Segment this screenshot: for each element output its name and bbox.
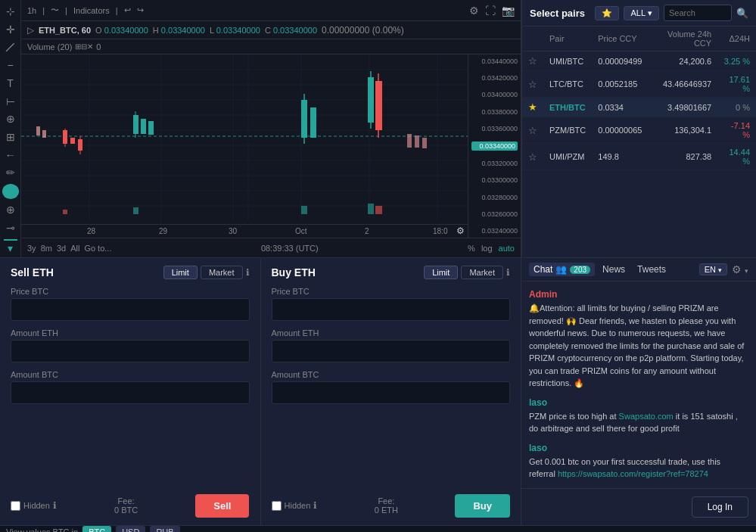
tweets-tab-label: Tweets xyxy=(637,264,666,275)
pair-cell: LTC/BTC xyxy=(543,71,592,98)
swapsato-link-1[interactable]: Swapsato.com xyxy=(619,412,674,421)
ohlc-h: H 0.03340000 xyxy=(153,26,205,35)
cursor-tool[interactable]: ⊹ xyxy=(3,5,18,18)
horizontal-tool[interactable]: − xyxy=(3,58,18,72)
sell-hidden-info[interactable]: ℹ xyxy=(53,500,57,511)
buy-hidden-checkbox[interactable] xyxy=(272,501,282,511)
tf-3y[interactable]: 3y xyxy=(27,244,36,253)
tf-all[interactable]: All xyxy=(70,244,79,253)
price-label-9: 0.03240000 xyxy=(471,227,518,235)
volume-value: 0 xyxy=(96,42,101,51)
chevron-down-icon: ▾ xyxy=(648,8,652,18)
chart-timestamp: 08:39:33 (UTC) xyxy=(261,244,319,253)
sell-info-icon[interactable]: ℹ xyxy=(246,267,250,278)
buy-market-btn[interactable]: Market xyxy=(461,266,503,279)
currency-usd-btn[interactable]: USD xyxy=(116,526,145,533)
auto-opt[interactable]: auto xyxy=(499,244,515,253)
currency-rub-btn[interactable]: RUB xyxy=(150,526,179,533)
volume-icons[interactable]: ⊞⊟✕ xyxy=(75,42,93,51)
table-row[interactable]: ☆ PZM/BTC 0.00000065 136,304.1 -7.14 % xyxy=(522,117,756,144)
log-opt[interactable]: log xyxy=(481,244,493,253)
price-label-5: 0.03320000 xyxy=(471,160,518,167)
undo-btn[interactable]: ↩ xyxy=(124,5,131,15)
bookmark-tool[interactable]: ⊸ xyxy=(3,221,18,235)
star-icon[interactable]: ☆ xyxy=(528,151,537,163)
buy-button[interactable]: Buy xyxy=(455,494,510,518)
buy-amount-btc-input[interactable] xyxy=(272,381,511,404)
buy-hidden-info[interactable]: ℹ xyxy=(313,500,317,511)
cloud-tool[interactable]: ☁ xyxy=(2,184,19,198)
star-icon[interactable]: ☆ xyxy=(528,79,537,90)
price-cell: 0.00009499 xyxy=(592,51,648,71)
tf-3d[interactable]: 3d xyxy=(57,244,66,253)
sell-market-btn[interactable]: Market xyxy=(201,266,243,279)
tab-tweets[interactable]: Tweets xyxy=(633,263,670,276)
line-tool[interactable]: | xyxy=(0,37,20,58)
crosshair-tool[interactable]: ✛ xyxy=(3,23,18,36)
pair-name[interactable]: ETH_BTC, 60 xyxy=(39,26,91,35)
toolbar-sep-3: | xyxy=(116,6,118,15)
pair-cell: UMI/PZM xyxy=(543,144,592,170)
sell-hidden-checkbox[interactable] xyxy=(11,501,20,511)
percent-opt[interactable]: % xyxy=(468,244,475,253)
table-row[interactable]: ☆ LTC/BTC 0.0052185 43.46646937 17.61 % xyxy=(522,71,756,98)
measure-tool[interactable]: ⊢ xyxy=(3,95,18,108)
text-tool[interactable]: T xyxy=(3,76,18,90)
buy-info-icon[interactable]: ℹ xyxy=(506,267,510,278)
svg-rect-17 xyxy=(63,130,67,144)
pairs-star-filter[interactable]: ⭐ xyxy=(595,6,619,20)
sell-amount-btc-input[interactable] xyxy=(11,381,250,404)
chat-settings-btn[interactable]: ⚙ ▾ xyxy=(732,263,748,275)
msg-text-admin: 🔔Attention: all limits for buying / sell… xyxy=(529,302,748,390)
magnify-tool[interactable]: ⊕ xyxy=(3,204,18,217)
pair-cell: ETH/BTC xyxy=(543,98,592,117)
tf-goto[interactable]: Go to... xyxy=(84,244,111,253)
svg-rect-42 xyxy=(407,134,412,148)
chat-count-badge: 203 xyxy=(570,266,590,274)
msg-text-laso-1: PZM price is too high at Swapsato.com it… xyxy=(529,410,748,435)
redo-btn[interactable]: ↪ xyxy=(137,5,144,15)
buy-price-input[interactable] xyxy=(272,298,511,321)
sell-limit-btn[interactable]: Limit xyxy=(163,266,198,279)
buy-limit-btn[interactable]: Limit xyxy=(424,266,458,279)
back-tool[interactable]: ← xyxy=(3,148,18,162)
zoom-tool[interactable]: ⊕ xyxy=(3,112,18,126)
active-indicator[interactable]: ▾ xyxy=(4,239,17,254)
screenshot-btn[interactable]: 📷 xyxy=(502,5,515,17)
people-icon: 👥 xyxy=(555,264,567,275)
star-icon[interactable]: ☆ xyxy=(528,55,537,67)
pencil-tool[interactable]: ✏ xyxy=(3,166,18,180)
footer-bar: View values BTC in BTC USD RUB xyxy=(0,525,756,533)
table-row[interactable]: ☆ UMI/PZM 149.8 827.38 14.44 % xyxy=(522,144,756,170)
fullscreen-btn[interactable]: ⛶ xyxy=(485,5,496,17)
grid-tool[interactable]: ⊞ xyxy=(3,130,18,144)
lang-btn[interactable]: EN ▾ xyxy=(699,263,727,275)
currency-btc-btn[interactable]: BTC xyxy=(82,526,111,533)
sell-amount-eth-input[interactable] xyxy=(11,340,250,362)
star-icon[interactable]: ★ xyxy=(528,101,537,113)
tab-news[interactable]: News xyxy=(598,263,630,276)
buy-amount-eth-input[interactable] xyxy=(272,340,511,362)
col-pair: Pair xyxy=(543,26,592,51)
star-icon[interactable]: ☆ xyxy=(528,125,537,136)
chat-message-laso-1: laso PZM price is too high at Swapsato.c… xyxy=(529,397,748,435)
sell-button[interactable]: Sell xyxy=(195,494,249,518)
settings-icon-bottom[interactable]: ⚙ xyxy=(456,226,465,236)
sell-price-input[interactable] xyxy=(11,298,250,321)
sell-panel: Sell ETH Limit Market ℹ Price BTC Amount… xyxy=(0,257,261,525)
interval-1h[interactable]: 1h xyxy=(27,6,36,15)
tab-chat[interactable]: Chat 👥 203 xyxy=(529,263,595,276)
tf-8m[interactable]: 8m xyxy=(41,244,52,253)
table-row[interactable]: ☆ UMI/BTC 0.00009499 24,200.6 3.25 % xyxy=(522,51,756,71)
volume-cell: 43.46646937 xyxy=(648,71,717,98)
pairs-search-input[interactable] xyxy=(664,5,732,21)
pairs-all-btn[interactable]: ALL ▾ xyxy=(624,6,659,20)
left-toolbar: ⊹ ✛ | − T ⊢ ⊕ ⊞ ← ✏ ☁ ⊕ ⊸ ▾ xyxy=(0,0,21,257)
login-button[interactable]: Log In xyxy=(692,496,748,518)
date-label-28: 28 xyxy=(87,227,95,235)
chart-settings-btn[interactable]: ⚙ xyxy=(469,5,479,17)
table-row[interactable]: ★ ETH/BTC 0.0334 3.49801667 0 % xyxy=(522,98,756,117)
svg-rect-45 xyxy=(63,210,67,214)
indicators-btn[interactable]: Indicators xyxy=(73,6,110,15)
swapsato-link-2[interactable]: https://swapsato.com/register?ref=78274 xyxy=(558,469,708,478)
